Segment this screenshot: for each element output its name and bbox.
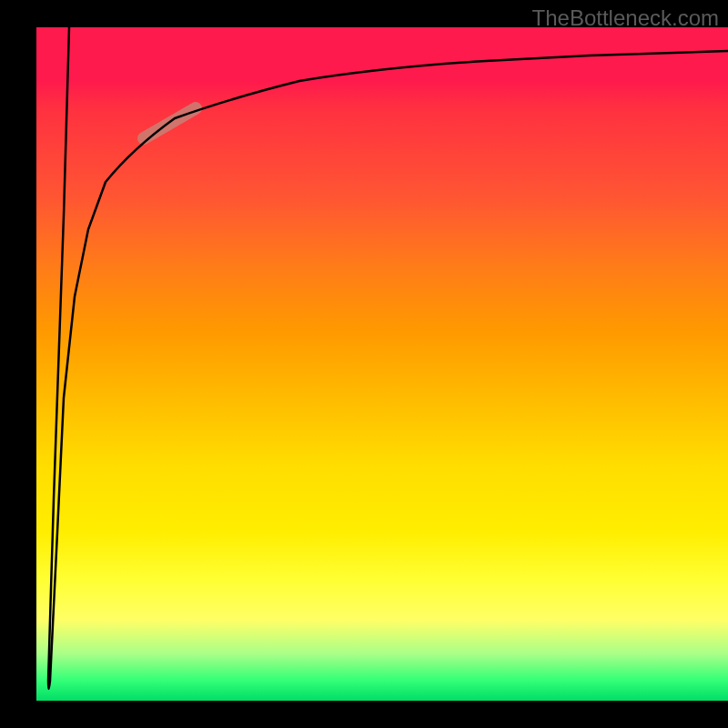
bottleneck-curve (48, 27, 728, 689)
chart-curve-layer (36, 27, 728, 701)
watermark-text: TheBottleneck.com (532, 5, 719, 31)
